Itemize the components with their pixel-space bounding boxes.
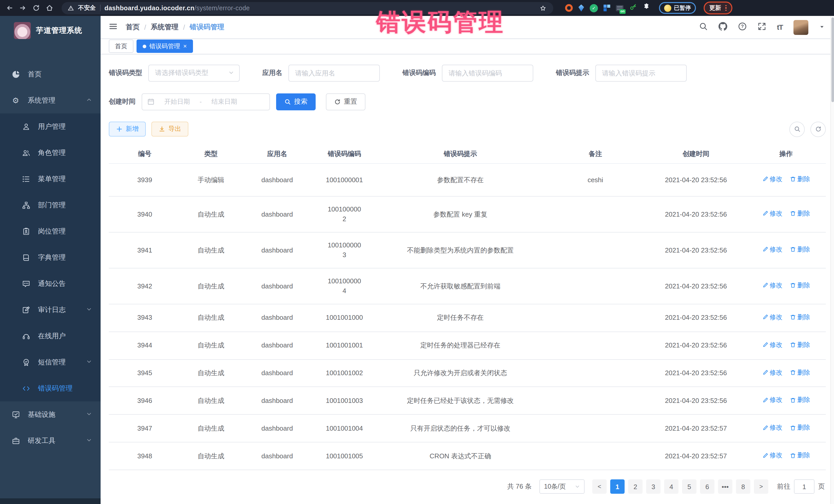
github-icon[interactable] (719, 22, 727, 32)
app-logo[interactable]: 芋道管理系统 (0, 16, 101, 45)
sidebar-item-users[interactable]: 用户管理 (0, 113, 101, 139)
browser-menu-icon[interactable] (725, 5, 726, 11)
page-button-6[interactable]: 6 (700, 479, 715, 494)
delete-link[interactable]: 删除 (790, 395, 810, 405)
extension-key-icon[interactable] (629, 3, 637, 13)
delete-link[interactable]: 删除 (790, 312, 810, 322)
extension-list-icon[interactable]: on (616, 5, 623, 11)
chevron-down-icon[interactable] (819, 23, 825, 32)
start-date-input[interactable] (158, 98, 197, 106)
help-icon[interactable]: ? (738, 22, 747, 32)
refresh-icon (815, 126, 821, 133)
sidebar-item-posts[interactable]: 岗位管理 (0, 218, 101, 244)
sidebar-item-menus[interactable]: 菜单管理 (0, 166, 101, 192)
sidebar-item-infrastructure[interactable]: 基础设施 (0, 401, 101, 428)
sidebar-item-home[interactable]: 首页 (0, 61, 101, 87)
error-hint-input[interactable] (602, 69, 680, 77)
sidebar-item-error-code[interactable]: 错误码管理 (0, 375, 101, 401)
page-button-8[interactable]: 8 (736, 479, 750, 494)
reload-icon[interactable] (32, 4, 41, 12)
show-search-toggle-button[interactable] (789, 122, 805, 137)
prev-page-button[interactable]: < (592, 479, 607, 494)
delete-link[interactable]: 删除 (790, 175, 810, 184)
tab-error-code[interactable]: 错误码管理 × (136, 40, 193, 53)
scrollbar-thumb[interactable] (831, 18, 834, 102)
goto-page-input[interactable] (794, 479, 814, 494)
edit-link[interactable]: 修改 (762, 368, 783, 377)
avatar[interactable] (793, 20, 808, 35)
breadcrumb-home[interactable]: 首页 (126, 23, 139, 32)
extension-gem-icon[interactable] (578, 4, 584, 12)
edit-link[interactable]: 修改 (762, 395, 783, 405)
browser-update-button[interactable]: 更新 (704, 2, 732, 14)
page-size-select[interactable]: 10条/页 (540, 479, 585, 494)
search-icon[interactable] (699, 22, 708, 32)
total-count: 共 76 条 (507, 482, 532, 491)
error-type-select[interactable]: 请选择错误码类型 (148, 65, 240, 82)
delete-link[interactable]: 删除 (790, 281, 810, 290)
edit-link[interactable]: 修改 (762, 312, 783, 322)
tab-home[interactable]: 首页 (109, 40, 133, 53)
next-page-button[interactable]: > (754, 479, 768, 494)
edit-link[interactable]: 修改 (762, 245, 783, 255)
table-row: 3947自动生成dashboard1001001004只有开启状态的任务，才可以… (109, 415, 826, 442)
extension-grid-icon[interactable] (603, 5, 610, 11)
forward-icon[interactable] (19, 4, 27, 12)
sidebar-item-sms[interactable]: 短信管理 (0, 349, 101, 375)
page-button-2[interactable]: 2 (628, 479, 642, 494)
sidebar-item-departments[interactable]: 部门管理 (0, 192, 101, 218)
monitor-check-icon (11, 410, 20, 419)
app-name-label: 应用名 (262, 68, 282, 78)
delete-link[interactable]: 删除 (790, 209, 810, 219)
edit-link[interactable]: 修改 (762, 175, 783, 184)
page-button-3[interactable]: 3 (646, 479, 660, 494)
app-name-input[interactable] (295, 69, 373, 77)
date-range-picker[interactable]: - (142, 93, 270, 110)
search-button[interactable]: 搜索 (276, 93, 316, 110)
sidebar-item-roles[interactable]: 角色管理 (0, 139, 101, 166)
page-button-5[interactable]: 5 (682, 479, 697, 494)
extension-orange-icon[interactable] (565, 4, 573, 12)
sidebar-item-dev-tools[interactable]: 研发工具 (0, 428, 101, 454)
edit-link[interactable]: 修改 (762, 281, 783, 290)
edit-link[interactable]: 修改 (762, 209, 783, 219)
home-icon[interactable] (45, 4, 54, 12)
page-ellipsis-button[interactable]: ••• (718, 479, 732, 494)
back-icon[interactable] (5, 4, 14, 12)
font-size-icon[interactable]: tT (777, 23, 783, 31)
refresh-table-button[interactable] (810, 122, 826, 137)
chevron-down-icon (86, 358, 92, 366)
extensions-puzzle-icon[interactable] (642, 3, 650, 13)
sidebar-item-dict[interactable]: 字典管理 (0, 244, 101, 270)
bookmark-star-icon[interactable] (539, 4, 547, 12)
sidebar-item-audit-log[interactable]: 审计日志 (0, 297, 101, 323)
delete-link[interactable]: 删除 (790, 368, 810, 377)
sidebar-item-notice[interactable]: 通知公告 (0, 270, 101, 297)
edit-link[interactable]: 修改 (762, 340, 783, 350)
export-button[interactable]: 导出 (151, 122, 188, 137)
profile-paused-pill[interactable]: 已暂停 (659, 2, 696, 14)
error-code-input[interactable] (448, 69, 527, 77)
page-button-1[interactable]: 1 (610, 479, 624, 494)
edit-link[interactable]: 修改 (762, 451, 783, 460)
close-icon[interactable]: × (183, 43, 187, 49)
reset-button[interactable]: 重置 (326, 93, 366, 110)
delete-link[interactable]: 删除 (790, 451, 810, 460)
end-date-input[interactable] (205, 98, 244, 106)
chevron-down-icon (86, 411, 92, 418)
fullscreen-icon[interactable] (758, 22, 766, 32)
breadcrumb-system[interactable]: 系统管理 (151, 23, 179, 32)
sidebar-item-online-users[interactable]: 在线用户 (0, 323, 101, 349)
page-button-4[interactable]: 4 (664, 479, 679, 494)
edit-link[interactable]: 修改 (762, 423, 783, 433)
delete-link[interactable]: 删除 (790, 245, 810, 255)
hamburger-icon[interactable] (109, 22, 117, 32)
sidebar-item-system[interactable]: ⚙ 系统管理 (0, 87, 101, 113)
add-button[interactable]: 新增 (109, 122, 146, 137)
vertical-scrollbar[interactable] (830, 16, 834, 504)
delete-link[interactable]: 删除 (790, 340, 810, 350)
delete-link[interactable]: 删除 (790, 423, 810, 433)
badge-icon (22, 227, 30, 236)
address-bar[interactable]: 不安全 dashboard.yudao.iocoder.cn/system/er… (62, 2, 553, 14)
extension-check-icon[interactable]: ✓ (590, 4, 598, 12)
